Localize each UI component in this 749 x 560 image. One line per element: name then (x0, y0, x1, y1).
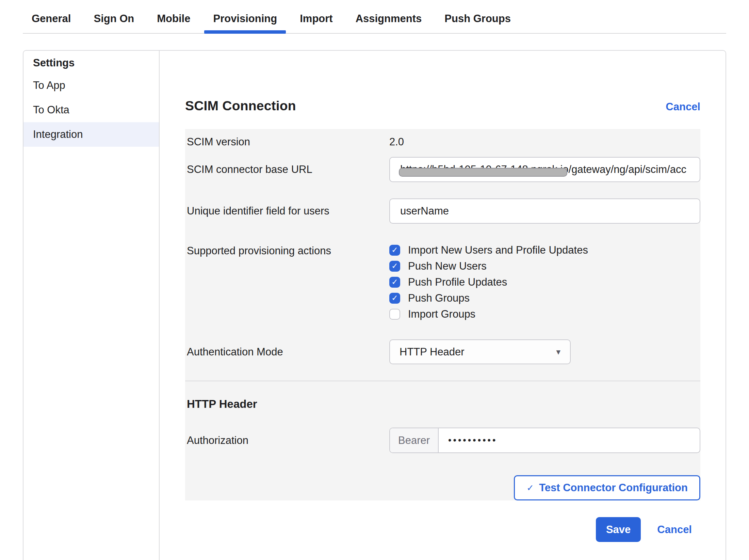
base-url-visible-suffix: /gateway/ng/api/scim/acc (569, 163, 686, 175)
save-button[interactable]: Save (596, 517, 641, 542)
sidebar-item-integration[interactable]: Integration (23, 122, 159, 147)
cancel-link-top[interactable]: Cancel (666, 101, 700, 113)
provisioning-actions-group: ✓ Import New Users and Profile Updates ✓… (389, 242, 700, 322)
checkbox-import-new-users[interactable]: ✓ Import New Users and Profile Updates (389, 242, 700, 258)
scim-form-panel: SCIM version 2.0 SCIM connector base URL… (185, 129, 700, 500)
tab-push-groups[interactable]: Push Groups (436, 0, 520, 33)
base-url-redacted-segment: https://b5bd-105-10-67-148.ngrok.io (400, 163, 569, 176)
title-row: SCIM Connection Cancel (185, 98, 700, 113)
checkbox-push-profile-updates[interactable]: ✓ Push Profile Updates (389, 274, 700, 290)
checkmark-icon: ✓ (391, 309, 398, 319)
checkmark-icon: ✓ (391, 245, 398, 255)
unique-id-label: Unique identifier field for users (185, 205, 389, 217)
checkmark-icon: ✓ (391, 261, 398, 271)
checkbox-icon[interactable]: ✓ (389, 309, 400, 320)
tab-general[interactable]: General (23, 0, 80, 33)
provisioning-actions-row: Supported provisioning actions ✓ Import … (185, 242, 700, 322)
checkbox-icon[interactable]: ✓ (389, 277, 400, 288)
page-title: SCIM Connection (185, 98, 296, 113)
test-connector-row: ✓ Test Connector Configuration (185, 475, 700, 500)
masked-token-value: •••••••••• (439, 428, 498, 452)
tab-sign-on[interactable]: Sign On (85, 0, 143, 33)
base-url-label: SCIM connector base URL (185, 163, 389, 176)
scim-version-value: 2.0 (389, 136, 700, 148)
auth-mode-value: HTTP Header (400, 346, 465, 358)
checkmark-icon: ✓ (391, 277, 398, 287)
auth-mode-label: Authentication Mode (185, 346, 389, 358)
sidebar-heading: Settings (23, 51, 159, 73)
check-icon: ✓ (526, 483, 534, 493)
tab-mobile[interactable]: Mobile (148, 0, 199, 33)
authorization-row: Authorization Bearer •••••••••• (185, 428, 700, 453)
base-url-row: SCIM connector base URL https://b5bd-105… (185, 157, 700, 182)
checkbox-label: Import New Users and Profile Updates (408, 244, 588, 256)
test-connector-label: Test Connector Configuration (539, 482, 688, 494)
checkbox-label: Push Groups (408, 292, 470, 304)
checkmark-icon: ✓ (391, 293, 398, 303)
page: General Sign On Mobile Provisioning Impo… (0, 0, 749, 560)
authorization-label: Authorization (185, 434, 389, 447)
checkbox-icon[interactable]: ✓ (389, 245, 400, 256)
unique-id-value: userName (400, 205, 449, 217)
scim-version-label: SCIM version (185, 136, 389, 148)
checkbox-icon[interactable]: ✓ (389, 261, 400, 272)
http-header-heading: HTTP Header (185, 398, 700, 411)
checkbox-icon[interactable]: ✓ (389, 293, 400, 304)
checkbox-import-groups[interactable]: ✓ Import Groups (389, 306, 700, 322)
unique-id-row: Unique identifier field for users userNa… (185, 198, 700, 224)
checkbox-push-new-users[interactable]: ✓ Push New Users (389, 258, 700, 274)
form-actions-row: Save Cancel (185, 517, 700, 542)
checkbox-label: Import Groups (408, 308, 475, 320)
test-connector-button[interactable]: ✓ Test Connector Configuration (514, 475, 700, 500)
cancel-button[interactable]: Cancel (657, 524, 692, 536)
checkbox-label: Push Profile Updates (408, 276, 507, 288)
settings-sidebar: Settings To App To Okta Integration (23, 51, 160, 560)
provisioning-actions-label: Supported provisioning actions (185, 242, 389, 257)
base-url-value: https://b5bd-105-10-67-148.ngrok.io /gat… (400, 163, 686, 176)
tab-provisioning[interactable]: Provisioning (204, 0, 286, 33)
base-url-input[interactable]: https://b5bd-105-10-67-148.ngrok.io /gat… (389, 157, 700, 182)
tab-assignments[interactable]: Assignments (347, 0, 431, 33)
bearer-scheme-prefix: Bearer (390, 428, 439, 452)
main-content: SCIM Connection Cancel SCIM version 2.0 … (160, 51, 726, 560)
authorization-token-input[interactable]: Bearer •••••••••• (389, 428, 700, 453)
section-divider (185, 381, 700, 381)
auth-mode-select[interactable]: HTTP Header ▾ (389, 339, 571, 364)
sidebar-item-to-app[interactable]: To App (23, 73, 159, 98)
tab-import[interactable]: Import (291, 0, 341, 33)
provisioning-card: Settings To App To Okta Integration SCIM… (23, 50, 726, 560)
chevron-down-icon: ▾ (556, 347, 560, 357)
checkbox-push-groups[interactable]: ✓ Push Groups (389, 290, 700, 306)
sidebar-item-to-okta[interactable]: To Okta (23, 98, 159, 122)
auth-mode-row: Authentication Mode HTTP Header ▾ (185, 339, 700, 364)
checkbox-label: Push New Users (408, 260, 487, 272)
redaction-bar (399, 168, 567, 177)
unique-id-input[interactable]: userName (389, 198, 700, 224)
app-tab-bar: General Sign On Mobile Provisioning Impo… (23, 0, 726, 34)
scim-version-row: SCIM version 2.0 (185, 129, 700, 149)
